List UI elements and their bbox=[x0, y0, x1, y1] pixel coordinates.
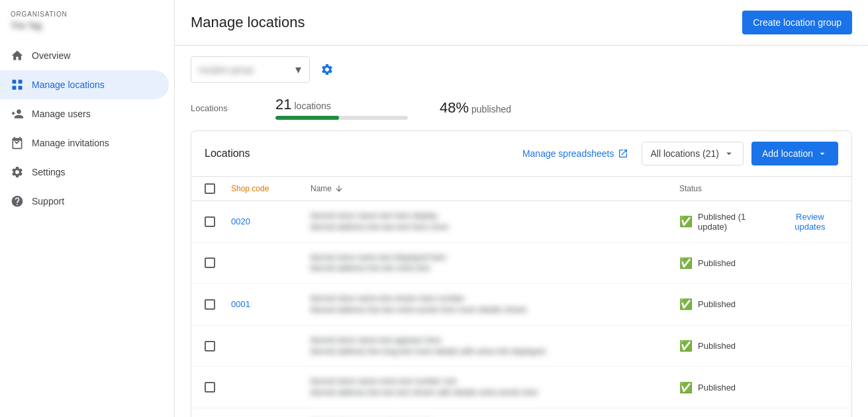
table-row: blurred store name text displayed herebl… bbox=[191, 243, 851, 285]
sidebar-item-label: Manage users bbox=[32, 109, 91, 119]
content-area: location group ▾ Locations 21 locations bbox=[175, 46, 868, 417]
table-row: blurred store name extra text number one… bbox=[191, 367, 851, 408]
sidebar-item-label: Manage invitations bbox=[32, 138, 109, 148]
published-suffix: published bbox=[471, 104, 511, 115]
name-cell: blurred store name extra text number one… bbox=[311, 376, 679, 398]
row-checkbox-cell bbox=[205, 216, 231, 227]
published-pct: 48% bbox=[440, 99, 469, 116]
locations-suffix: locations bbox=[294, 101, 330, 111]
row-checkbox-cell bbox=[205, 341, 231, 351]
shop-code-cell: 0001 bbox=[231, 299, 311, 309]
status-text: Published bbox=[698, 299, 736, 309]
row-checkbox[interactable] bbox=[205, 216, 215, 227]
sidebar-item-label: Settings bbox=[32, 167, 66, 177]
shop-code-cell: 0020 bbox=[231, 216, 311, 226]
published-icon: ✅ bbox=[679, 257, 693, 269]
gear-icon bbox=[11, 165, 24, 179]
status-text: Published bbox=[698, 341, 736, 351]
status-text: Published (1 update) bbox=[698, 212, 771, 232]
org-name: The Tag bbox=[11, 21, 164, 30]
locations-count: 21 bbox=[275, 96, 291, 113]
location-group-dropdown[interactable]: location group ▾ bbox=[191, 56, 310, 83]
sidebar-item-manage-invitations[interactable]: Manage invitations bbox=[0, 128, 169, 158]
status-text: Published bbox=[698, 383, 736, 393]
row-checkbox[interactable] bbox=[205, 341, 215, 351]
sidebar-item-manage-users[interactable]: Manage users bbox=[0, 99, 169, 128]
all-locations-dropdown[interactable]: All locations (21) bbox=[642, 142, 744, 165]
sidebar-item-label: Overview bbox=[32, 50, 70, 61]
chevron-down-icon: ▾ bbox=[295, 62, 301, 77]
person-add-icon bbox=[11, 107, 24, 120]
create-location-group-button[interactable]: Create location group bbox=[742, 11, 852, 34]
grid-icon bbox=[11, 78, 24, 91]
locations-card: Locations Manage spreadsheets All locati… bbox=[191, 130, 852, 417]
row-checkbox[interactable] bbox=[205, 382, 215, 393]
locations-card-header: Locations Manage spreadsheets All locati… bbox=[191, 131, 851, 177]
published-icon: ✅ bbox=[679, 381, 693, 394]
progress-bar-container bbox=[275, 116, 408, 120]
sidebar-nav: Overview Manage locations Manage users M… bbox=[0, 41, 174, 417]
name-header[interactable]: Name bbox=[311, 183, 679, 194]
name-cell: blurred store name text displayed herebl… bbox=[311, 252, 679, 275]
sidebar: ORGANISATION The Tag Overview Manage loc… bbox=[0, 0, 175, 417]
name-cell: blurred store name text here displayblur… bbox=[311, 210, 679, 233]
review-updates-button[interactable]: Review updates bbox=[782, 212, 838, 232]
page-title: Manage locations bbox=[191, 14, 305, 31]
name-cell: blurred store name text appears hereblur… bbox=[311, 335, 679, 357]
help-icon bbox=[11, 195, 24, 208]
org-section: ORGANISATION The Tag bbox=[0, 0, 174, 36]
locations-actions: Manage spreadsheets All locations (21) A… bbox=[517, 142, 838, 165]
table-header: Shop code Name Status bbox=[191, 177, 851, 201]
checkbox-header bbox=[205, 183, 231, 194]
stats-label: Locations bbox=[191, 103, 244, 113]
filter-bar: location group ▾ bbox=[191, 56, 852, 83]
main-area: Manage locations Create location group l… bbox=[175, 0, 868, 417]
published-icon: ✅ bbox=[679, 298, 693, 310]
sidebar-item-manage-locations[interactable]: Manage locations bbox=[0, 70, 169, 99]
published-icon: ✅ bbox=[679, 215, 693, 228]
org-label: ORGANISATION bbox=[11, 11, 164, 18]
status-cell: ✅ Published bbox=[679, 298, 838, 310]
sidebar-item-label: Manage locations bbox=[32, 79, 105, 90]
add-location-button[interactable]: Add location bbox=[751, 142, 838, 165]
row-checkbox-cell bbox=[205, 257, 231, 268]
locations-card-title: Locations bbox=[205, 148, 250, 160]
status-cell: ✅ Published (1 update) Review updates bbox=[679, 212, 838, 232]
row-checkbox[interactable] bbox=[205, 257, 215, 268]
sidebar-item-label: Support bbox=[32, 196, 64, 207]
home-icon bbox=[11, 49, 24, 62]
status-header: Status bbox=[679, 183, 838, 194]
status-cell: ✅ Published bbox=[679, 381, 838, 394]
sidebar-item-support[interactable]: Support bbox=[0, 187, 169, 216]
select-all-checkbox[interactable] bbox=[205, 183, 215, 194]
published-icon: ✅ bbox=[679, 340, 693, 352]
row-checkbox[interactable] bbox=[205, 299, 215, 310]
table-row: 0020 blurred store name text here displa… bbox=[191, 201, 851, 243]
table-row: blurred store name text here wordblurred… bbox=[191, 408, 851, 417]
name-cell: blurred store name text shown here numbe… bbox=[311, 293, 679, 316]
status-cell: ✅ Published bbox=[679, 340, 838, 352]
shop-code-header: Shop code bbox=[231, 183, 311, 194]
table-row: blurred store name text appears hereblur… bbox=[191, 326, 851, 367]
status-cell: ✅ Published bbox=[679, 257, 838, 269]
page-header: Manage locations Create location group bbox=[175, 0, 868, 46]
manage-spreadsheets-button[interactable]: Manage spreadsheets bbox=[517, 143, 634, 164]
sidebar-item-overview[interactable]: Overview bbox=[0, 41, 169, 70]
sidebar-item-settings[interactable]: Settings bbox=[0, 158, 169, 187]
dropdown-text: location group bbox=[199, 65, 290, 75]
published-stat: 48% published bbox=[440, 99, 511, 116]
table-row: 0001 blurred store name text shown here … bbox=[191, 284, 851, 326]
row-checkbox-cell bbox=[205, 382, 231, 393]
progress-bar-fill bbox=[275, 116, 339, 120]
status-text: Published bbox=[698, 258, 736, 268]
stats-bar: Locations 21 locations 48% published bbox=[191, 96, 852, 120]
calendar-check-icon bbox=[11, 136, 24, 150]
locations-stat: 21 locations bbox=[275, 96, 408, 120]
row-checkbox-cell bbox=[205, 299, 231, 310]
filter-settings-button[interactable] bbox=[315, 58, 339, 81]
